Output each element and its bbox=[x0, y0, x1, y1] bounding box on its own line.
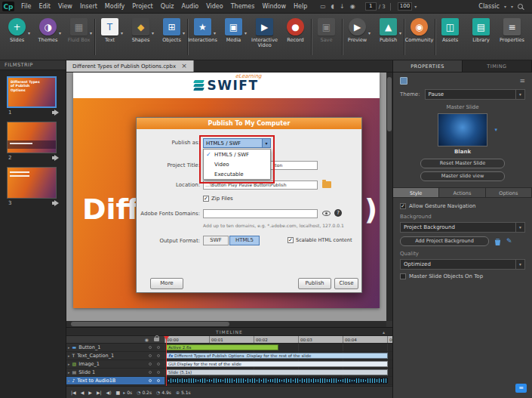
slide-audio-icon[interactable] bbox=[52, 110, 60, 116]
toolbar-button-assets[interactable]: ◫ ▾ Assets bbox=[435, 18, 466, 43]
chevron-down-icon[interactable]: ▾ bbox=[121, 30, 123, 35]
delete-icon[interactable] bbox=[494, 238, 501, 245]
dropdown-option[interactable]: Video bbox=[204, 159, 270, 169]
toolbar-button-objects[interactable]: ⊞ ▾ Objects bbox=[156, 18, 187, 43]
track-lane[interactable] bbox=[165, 377, 392, 384]
filmstrip-thumbnail[interactable] bbox=[7, 122, 57, 153]
slide-audio-icon[interactable] bbox=[52, 200, 60, 206]
collapse-icon[interactable]: ▴ bbox=[383, 328, 385, 336]
output-html5-button[interactable]: HTML5 bbox=[229, 236, 260, 245]
menu-item[interactable]: Audio bbox=[178, 3, 203, 10]
expander-icon[interactable]: ▸ bbox=[68, 378, 70, 383]
menu-item[interactable]: Themes bbox=[227, 3, 259, 10]
properties-subtab[interactable]: Style bbox=[393, 188, 439, 197]
timeline-bar[interactable]: Slide (5.1s) bbox=[166, 369, 388, 375]
track-name-cell[interactable]: ▸ ♪ Text to Audio1B bbox=[66, 377, 165, 384]
publish-as-dropdown[interactable]: HTML5 / SWF ▾ bbox=[203, 138, 271, 148]
menu-item[interactable]: Project bbox=[128, 3, 156, 10]
master-slide-view-button[interactable]: Master slide view bbox=[420, 171, 505, 181]
menu-item[interactable]: Modify bbox=[101, 3, 129, 10]
stage-horizontal-scrollbar[interactable] bbox=[66, 321, 386, 327]
toolbar-button-interactions[interactable]: ★ ▾ Interactions bbox=[187, 18, 218, 43]
mute-button[interactable]: ◀) bbox=[106, 390, 112, 395]
menu-item[interactable]: Quiz bbox=[157, 3, 178, 10]
playhead[interactable] bbox=[166, 336, 167, 386]
master-slide-thumbnail[interactable] bbox=[438, 113, 487, 147]
workspace-selector[interactable]: Classic bbox=[478, 3, 500, 10]
location-input[interactable]: …\Button Play Pause Button\Publish bbox=[203, 180, 318, 190]
timeline-header[interactable]: TIMELINE ▴ bbox=[66, 328, 392, 336]
step-forward-button[interactable]: ▶| bbox=[97, 390, 102, 395]
properties-subtab[interactable]: Actions bbox=[439, 188, 485, 197]
track-toggles[interactable] bbox=[149, 363, 160, 366]
chevron-down-icon[interactable]: ▾ bbox=[90, 30, 92, 35]
track-name-cell[interactable]: ▸ ▤ Slide 1 bbox=[66, 369, 165, 376]
toolbar-button-themes[interactable]: ◑ ▾ Themes bbox=[32, 18, 63, 43]
help-icon[interactable]: ? bbox=[334, 209, 342, 217]
menu-item[interactable]: File bbox=[17, 3, 35, 10]
play-button[interactable]: ▶ bbox=[88, 390, 92, 395]
speaker-icon[interactable]: ◖ bbox=[331, 3, 334, 10]
track-lane[interactable]: Slide (5.1s) bbox=[165, 369, 392, 376]
present-screen-icon[interactable]: ▭ bbox=[320, 3, 326, 10]
theme-dropdown[interactable]: Pause ▾ bbox=[425, 89, 525, 100]
menu-item[interactable]: Edit bbox=[35, 3, 54, 10]
menu-item[interactable]: Insert bbox=[76, 3, 101, 10]
timeline-bar[interactable]: GUI:Display for the rest of the slide bbox=[166, 361, 388, 367]
toolbar-button-preview[interactable]: ▶ ▾ Preview bbox=[342, 18, 373, 43]
track-name-cell[interactable]: ▸ ▬ Button_1 bbox=[66, 344, 165, 351]
filmstrip-thumbnail[interactable]: Different Types of Publish Options bbox=[7, 76, 57, 108]
expander-icon[interactable]: ▸ bbox=[68, 370, 70, 375]
tab-timing[interactable]: TIMING bbox=[463, 60, 532, 72]
timeline-ruler[interactable]: 00:0000:0100:0200:0300:0400:05 bbox=[165, 336, 392, 344]
stage-vertical-scrollbar[interactable] bbox=[386, 73, 392, 321]
dropdown-option[interactable]: Executable bbox=[204, 169, 270, 179]
edit-icon[interactable]: ✎ bbox=[506, 238, 512, 245]
track-name-cell[interactable]: ▸ T Text_Caption_1 bbox=[66, 352, 165, 359]
chevron-down-icon[interactable]: ▾ bbox=[152, 30, 154, 35]
workspace-caret-icon[interactable]: ▾ bbox=[504, 4, 506, 9]
lock-column-icon[interactable] bbox=[154, 338, 159, 341]
track-lane[interactable]: GUI:Display for the rest of the slide bbox=[165, 360, 392, 368]
step-back-button[interactable]: ◀ bbox=[81, 390, 85, 395]
toolbar-button-save[interactable]: ▣ ▾ Save bbox=[311, 18, 342, 43]
publish-button[interactable]: Publish bbox=[298, 278, 331, 289]
background-dropdown[interactable]: Project Background ▾ bbox=[400, 222, 525, 233]
chevron-down-icon[interactable]: ▾ bbox=[214, 30, 216, 35]
toolbar-button-record[interactable]: ● ▾ Record bbox=[280, 18, 311, 43]
properties-subtab[interactable]: Options bbox=[486, 188, 532, 197]
scalable-html-checkbox[interactable]: ✓ Scalable HTML content bbox=[288, 237, 352, 243]
adobe-fonts-input[interactable] bbox=[203, 209, 318, 218]
timeline-bar[interactable]: Active 2.6s bbox=[166, 344, 278, 350]
timeline-bar[interactable] bbox=[166, 378, 388, 384]
captivate-logo[interactable]: Cp bbox=[2, 2, 14, 11]
search-icon[interactable] bbox=[518, 4, 523, 9]
toolbar-button-publish[interactable]: ▲ ▾ Publish bbox=[373, 18, 404, 43]
chevron-down-icon[interactable]: ▾ bbox=[399, 30, 401, 35]
toolbar-button-shapes[interactable]: ◆ ▾ Shapes bbox=[125, 18, 156, 43]
chevron-down-icon[interactable]: ▾ bbox=[183, 30, 185, 35]
window-caret-icon[interactable]: ▾ bbox=[511, 4, 513, 9]
toolbar-button-interactive-video[interactable]: ▶ ▾ Interactive Video bbox=[249, 18, 280, 49]
menu-item[interactable]: Window bbox=[258, 3, 290, 10]
track-toggles[interactable] bbox=[149, 379, 160, 382]
close-button[interactable]: Close bbox=[334, 278, 358, 289]
close-icon[interactable]: × bbox=[181, 63, 187, 69]
capture-icon[interactable]: ◉ bbox=[350, 3, 355, 10]
download-icon[interactable]: ↓ bbox=[340, 3, 345, 10]
menu-item[interactable]: View bbox=[54, 3, 76, 10]
reset-master-slide-button[interactable]: Reset Master Slide bbox=[420, 159, 505, 168]
track-lane[interactable]: fx Different Types of Publish Options :D… bbox=[165, 352, 392, 359]
track-toggles[interactable] bbox=[149, 371, 160, 374]
toolbar-button-slides[interactable]: + ▾ Slides bbox=[2, 18, 32, 43]
master-slide-objects-checkbox[interactable]: Master Slide Objects On Top bbox=[400, 273, 525, 279]
chevron-down-icon[interactable]: ▾ bbox=[59, 30, 61, 35]
toolbar-button-text[interactable]: T ▾ Text bbox=[94, 18, 125, 43]
chevron-down-icon[interactable]: ▾ bbox=[368, 30, 371, 35]
toolbar-button-library[interactable]: ▤ ▾ Library bbox=[466, 18, 497, 43]
chevron-down-icon[interactable]: ▾ bbox=[244, 30, 247, 35]
expander-icon[interactable]: ▸ bbox=[68, 362, 70, 366]
toolbar-button-fluid-box[interactable]: ▦ ▾ Fluid Box bbox=[63, 18, 94, 43]
panel-menu-icon[interactable]: ≡ bbox=[519, 78, 525, 85]
go-to-start-button[interactable]: |◀ bbox=[71, 390, 76, 395]
